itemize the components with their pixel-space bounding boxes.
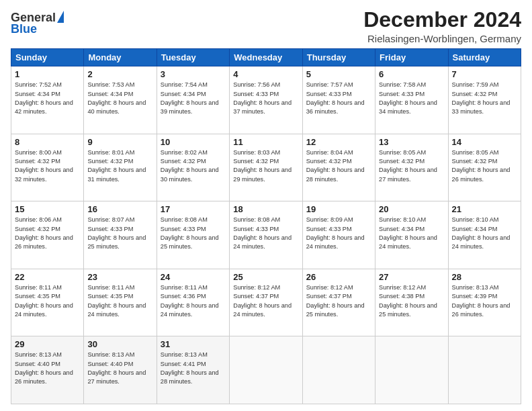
day-info: Sunrise: 8:03 AM Sunset: 4:32 PM Dayligh… (233, 148, 298, 184)
day-info: Sunrise: 7:58 AM Sunset: 4:33 PM Dayligh… (379, 81, 444, 116)
logo: General Blue (11, 11, 64, 36)
day-number: 15 (15, 204, 80, 214)
day-info: Sunrise: 8:02 AM Sunset: 4:32 PM Dayligh… (161, 148, 226, 184)
day-info: Sunrise: 8:08 AM Sunset: 4:33 PM Dayligh… (161, 216, 226, 251)
day-number: 28 (452, 272, 517, 282)
day-number: 30 (87, 339, 152, 349)
day-info: Sunrise: 8:12 AM Sunset: 4:37 PM Dayligh… (306, 283, 371, 319)
calendar-cell: 22Sunrise: 8:11 AM Sunset: 4:35 PM Dayli… (11, 269, 84, 336)
day-info: Sunrise: 8:13 AM Sunset: 4:40 PM Dayligh… (15, 351, 80, 386)
calendar-cell: 30Sunrise: 8:13 AM Sunset: 4:40 PM Dayli… (84, 336, 157, 404)
calendar-week-row: 1Sunrise: 7:52 AM Sunset: 4:34 PM Daylig… (11, 66, 521, 134)
day-number: 8 (15, 137, 80, 147)
subtitle: Rielasingen-Worblingen, Germany (363, 33, 521, 44)
day-info: Sunrise: 8:13 AM Sunset: 4:40 PM Dayligh… (87, 351, 152, 386)
day-info: Sunrise: 8:10 AM Sunset: 4:34 PM Dayligh… (379, 216, 444, 251)
day-info: Sunrise: 8:01 AM Sunset: 4:32 PM Dayligh… (87, 148, 152, 184)
calendar-cell: 19Sunrise: 8:09 AM Sunset: 4:33 PM Dayli… (302, 201, 375, 269)
title-section: December 2024 Rielasingen-Worblingen, Ge… (363, 8, 521, 44)
calendar-cell: 7Sunrise: 7:59 AM Sunset: 4:32 PM Daylig… (448, 66, 521, 134)
day-info: Sunrise: 8:07 AM Sunset: 4:33 PM Dayligh… (87, 216, 152, 251)
day-number: 29 (15, 339, 80, 349)
calendar-week-row: 29Sunrise: 8:13 AM Sunset: 4:40 PM Dayli… (11, 336, 521, 404)
calendar-cell: 31Sunrise: 8:13 AM Sunset: 4:41 PM Dayli… (157, 336, 229, 404)
day-number: 11 (233, 137, 298, 147)
calendar-cell: 23Sunrise: 8:11 AM Sunset: 4:35 PM Dayli… (84, 269, 157, 336)
day-number: 18 (233, 204, 298, 214)
calendar-cell: 2Sunrise: 7:53 AM Sunset: 4:34 PM Daylig… (84, 66, 157, 134)
day-number: 24 (161, 272, 226, 282)
calendar-cell: 4Sunrise: 7:56 AM Sunset: 4:33 PM Daylig… (230, 66, 302, 134)
day-number: 21 (452, 204, 517, 214)
day-info: Sunrise: 8:11 AM Sunset: 4:36 PM Dayligh… (161, 283, 226, 319)
day-info: Sunrise: 8:05 AM Sunset: 4:32 PM Dayligh… (452, 148, 517, 184)
calendar-header-monday: Monday (84, 49, 157, 66)
calendar-cell: 9Sunrise: 8:01 AM Sunset: 4:32 PM Daylig… (84, 134, 157, 201)
calendar-cell: 21Sunrise: 8:10 AM Sunset: 4:34 PM Dayli… (448, 201, 521, 269)
day-number: 25 (233, 272, 298, 282)
day-number: 23 (87, 272, 152, 282)
day-info: Sunrise: 8:13 AM Sunset: 4:39 PM Dayligh… (452, 283, 517, 319)
day-number: 14 (452, 137, 517, 147)
day-number: 4 (233, 69, 298, 79)
calendar-cell: 12Sunrise: 8:04 AM Sunset: 4:32 PM Dayli… (302, 134, 375, 201)
day-number: 7 (452, 69, 517, 79)
day-number: 20 (379, 204, 444, 214)
logo-triangle-icon (57, 11, 64, 23)
day-number: 17 (161, 204, 226, 214)
calendar-cell (375, 336, 448, 404)
header: General Blue December 2024 Rielasingen-W… (11, 8, 521, 44)
day-info: Sunrise: 8:00 AM Sunset: 4:32 PM Dayligh… (15, 148, 80, 184)
day-info: Sunrise: 7:56 AM Sunset: 4:33 PM Dayligh… (233, 81, 298, 116)
day-info: Sunrise: 8:05 AM Sunset: 4:32 PM Dayligh… (379, 148, 444, 184)
calendar-header-saturday: Saturday (448, 49, 521, 66)
calendar-cell (302, 336, 375, 404)
day-number: 10 (161, 137, 226, 147)
day-number: 3 (161, 69, 226, 79)
calendar-cell: 1Sunrise: 7:52 AM Sunset: 4:34 PM Daylig… (11, 66, 84, 134)
day-info: Sunrise: 8:12 AM Sunset: 4:38 PM Dayligh… (379, 283, 444, 319)
calendar-cell: 6Sunrise: 7:58 AM Sunset: 4:33 PM Daylig… (375, 66, 448, 134)
calendar-cell (448, 336, 521, 404)
calendar-cell: 27Sunrise: 8:12 AM Sunset: 4:38 PM Dayli… (375, 269, 448, 336)
calendar-cell: 26Sunrise: 8:12 AM Sunset: 4:37 PM Dayli… (302, 269, 375, 336)
calendar-week-row: 15Sunrise: 8:06 AM Sunset: 4:32 PM Dayli… (11, 201, 521, 269)
logo-blue-text: Blue (11, 22, 37, 36)
calendar-cell: 16Sunrise: 8:07 AM Sunset: 4:33 PM Dayli… (84, 201, 157, 269)
day-number: 6 (379, 69, 444, 79)
day-info: Sunrise: 7:57 AM Sunset: 4:33 PM Dayligh… (306, 81, 371, 116)
day-number: 31 (161, 339, 226, 349)
calendar-cell: 15Sunrise: 8:06 AM Sunset: 4:32 PM Dayli… (11, 201, 84, 269)
day-info: Sunrise: 7:52 AM Sunset: 4:34 PM Dayligh… (15, 81, 80, 116)
day-info: Sunrise: 8:13 AM Sunset: 4:41 PM Dayligh… (161, 351, 226, 386)
calendar-cell: 20Sunrise: 8:10 AM Sunset: 4:34 PM Dayli… (375, 201, 448, 269)
calendar-cell: 24Sunrise: 8:11 AM Sunset: 4:36 PM Dayli… (157, 269, 229, 336)
page: General Blue December 2024 Rielasingen-W… (0, 0, 532, 411)
day-info: Sunrise: 7:53 AM Sunset: 4:34 PM Dayligh… (87, 81, 152, 116)
calendar-cell: 3Sunrise: 7:54 AM Sunset: 4:34 PM Daylig… (157, 66, 229, 134)
calendar-cell: 5Sunrise: 7:57 AM Sunset: 4:33 PM Daylig… (302, 66, 375, 134)
day-info: Sunrise: 8:11 AM Sunset: 4:35 PM Dayligh… (15, 283, 80, 319)
calendar-cell (230, 336, 302, 404)
day-info: Sunrise: 8:04 AM Sunset: 4:32 PM Dayligh… (306, 148, 371, 184)
calendar-header-tuesday: Tuesday (157, 49, 229, 66)
calendar-cell: 10Sunrise: 8:02 AM Sunset: 4:32 PM Dayli… (157, 134, 229, 201)
calendar-cell: 14Sunrise: 8:05 AM Sunset: 4:32 PM Dayli… (448, 134, 521, 201)
day-number: 26 (306, 272, 371, 282)
calendar-week-row: 8Sunrise: 8:00 AM Sunset: 4:32 PM Daylig… (11, 134, 521, 201)
calendar-week-row: 22Sunrise: 8:11 AM Sunset: 4:35 PM Dayli… (11, 269, 521, 336)
day-info: Sunrise: 8:06 AM Sunset: 4:32 PM Dayligh… (15, 216, 80, 251)
day-info: Sunrise: 8:09 AM Sunset: 4:33 PM Dayligh… (306, 216, 371, 251)
calendar-header-wednesday: Wednesday (230, 49, 302, 66)
day-number: 5 (306, 69, 371, 79)
calendar-cell: 13Sunrise: 8:05 AM Sunset: 4:32 PM Dayli… (375, 134, 448, 201)
calendar-cell: 17Sunrise: 8:08 AM Sunset: 4:33 PM Dayli… (157, 201, 229, 269)
day-info: Sunrise: 7:59 AM Sunset: 4:32 PM Dayligh… (452, 81, 517, 116)
day-info: Sunrise: 8:10 AM Sunset: 4:34 PM Dayligh… (452, 216, 517, 251)
calendar-cell: 28Sunrise: 8:13 AM Sunset: 4:39 PM Dayli… (448, 269, 521, 336)
day-number: 12 (306, 137, 371, 147)
calendar-header-row: SundayMondayTuesdayWednesdayThursdayFrid… (11, 49, 521, 66)
day-number: 9 (87, 137, 152, 147)
day-info: Sunrise: 8:12 AM Sunset: 4:37 PM Dayligh… (233, 283, 298, 319)
calendar-cell: 25Sunrise: 8:12 AM Sunset: 4:37 PM Dayli… (230, 269, 302, 336)
